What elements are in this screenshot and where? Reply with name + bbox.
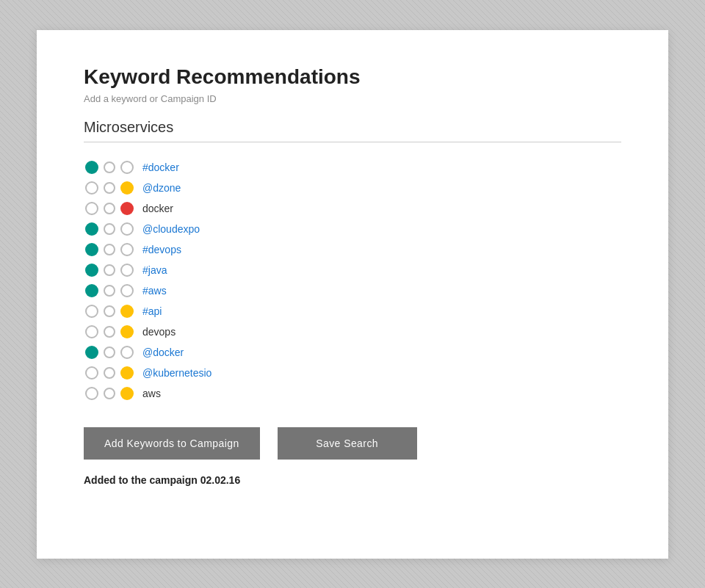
radio-btn-1[interactable] xyxy=(104,326,115,338)
indicator-dot-1 xyxy=(85,325,98,338)
add-keywords-button[interactable]: Add Keywords to Campaign xyxy=(84,427,260,460)
indicator-dot-1 xyxy=(85,366,98,380)
radio-btn-1[interactable] xyxy=(104,305,115,317)
keyword-list: #docker@dzonedocker@cloudexpo#devops#jav… xyxy=(84,157,621,404)
indicator-dot-1 xyxy=(85,305,98,318)
keyword-row: @docker xyxy=(84,342,621,363)
indicator-dot-1 xyxy=(85,387,98,400)
keyword-row: @cloudexpo xyxy=(84,219,621,239)
keyword-text[interactable]: #devops xyxy=(142,244,181,255)
keyword-row: aws xyxy=(84,383,621,404)
keyword-row: #devops xyxy=(84,239,621,260)
radio-btn-1[interactable] xyxy=(104,182,115,194)
keyword-row: @dzone xyxy=(84,178,621,198)
indicator-dot-2 xyxy=(120,202,134,215)
indicator-dot-1 xyxy=(85,181,98,195)
indicator-dot-1 xyxy=(85,222,98,236)
keyword-text[interactable]: #aws xyxy=(142,285,167,297)
indicator-dot-2 xyxy=(120,305,134,318)
keyword-text[interactable]: @cloudexpo xyxy=(142,223,200,235)
radio-btn-1[interactable] xyxy=(104,285,115,297)
keyword-row: devops xyxy=(84,322,621,342)
keyword-row: @kubernetesio xyxy=(84,363,621,383)
radio-btn-1[interactable] xyxy=(104,161,115,173)
indicator-dot-2 xyxy=(120,243,134,256)
radio-btn-1[interactable] xyxy=(104,203,115,214)
keyword-text[interactable]: #api xyxy=(142,305,162,317)
radio-btn-1[interactable] xyxy=(104,388,115,399)
indicator-dot-1 xyxy=(85,202,98,215)
keyword-text[interactable]: @docker xyxy=(142,346,184,358)
button-row: Add Keywords to Campaign Save Search xyxy=(84,427,621,460)
campaign-status: Added to the campaign 02.02.16 xyxy=(84,474,621,486)
indicator-dot-2 xyxy=(120,387,134,400)
page-title: Keyword Recommendations xyxy=(84,65,621,89)
keyword-text[interactable]: devops xyxy=(142,326,176,338)
keyword-row: docker xyxy=(84,198,621,219)
indicator-dot-2 xyxy=(120,161,134,174)
indicator-dot-2 xyxy=(120,325,134,338)
search-input[interactable] xyxy=(84,116,621,142)
keyword-row: #java xyxy=(84,260,621,280)
radio-btn-1[interactable] xyxy=(104,223,115,235)
radio-btn-1[interactable] xyxy=(104,264,115,276)
indicator-dot-2 xyxy=(120,346,134,359)
indicator-dot-1 xyxy=(85,284,98,297)
indicator-dot-1 xyxy=(85,346,98,359)
page-subtitle: Add a keyword or Campaign ID xyxy=(84,93,621,104)
keyword-text[interactable]: @dzone xyxy=(142,182,181,194)
radio-btn-1[interactable] xyxy=(104,367,115,379)
keyword-text[interactable]: aws xyxy=(142,388,161,399)
keyword-row: #api xyxy=(84,301,621,322)
indicator-dot-2 xyxy=(120,264,134,277)
keyword-text[interactable]: docker xyxy=(142,203,173,214)
keyword-row: #docker xyxy=(84,157,621,178)
radio-btn-1[interactable] xyxy=(104,244,115,255)
indicator-dot-2 xyxy=(120,284,134,297)
keyword-text[interactable]: #docker xyxy=(142,161,179,173)
keyword-row: #aws xyxy=(84,280,621,301)
indicator-dot-1 xyxy=(85,161,98,174)
indicator-dot-2 xyxy=(120,222,134,236)
indicator-dot-2 xyxy=(120,181,134,195)
save-search-button[interactable]: Save Search xyxy=(278,427,417,460)
main-card: Keyword Recommendations Add a keyword or… xyxy=(37,30,668,559)
radio-btn-1[interactable] xyxy=(104,346,115,358)
indicator-dot-1 xyxy=(85,243,98,256)
indicator-dot-1 xyxy=(85,264,98,277)
keyword-text[interactable]: #java xyxy=(142,264,167,276)
keyword-text[interactable]: @kubernetesio xyxy=(142,367,212,379)
indicator-dot-2 xyxy=(120,366,134,380)
